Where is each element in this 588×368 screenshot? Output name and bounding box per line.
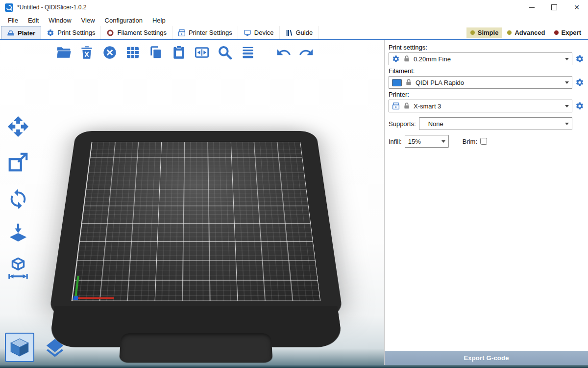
tab-filament-settings[interactable]: Filament Settings [101, 26, 172, 39]
device-monitor-icon [244, 29, 251, 37]
menu-window[interactable]: Window [44, 16, 76, 25]
tab-plater[interactable]: Plater [1, 26, 41, 39]
print-bed [49, 131, 343, 317]
close-button[interactable]: ✕ [565, 0, 588, 15]
tab-device[interactable]: Device [238, 26, 280, 39]
left-toolbar [6, 114, 30, 280]
app-logo-icon [5, 3, 13, 12]
infill-combo[interactable]: 15% [405, 135, 449, 148]
minimize-button[interactable] [520, 0, 543, 15]
build-plate-grid [72, 142, 321, 301]
main-area: Print settings: 0.20mm Fine Filament: [0, 40, 588, 368]
mode-expert[interactable]: Expert [550, 27, 585, 38]
measure-width-icon[interactable] [6, 256, 30, 280]
supports-label: Supports: [389, 120, 416, 128]
export-gcode-button[interactable]: Export G-code [385, 351, 588, 365]
gear-icon [47, 29, 54, 37]
lock-icon [403, 55, 411, 63]
tab-label: Guide [296, 29, 313, 36]
menu-view[interactable]: View [76, 16, 100, 25]
supports-value: None [422, 120, 443, 128]
printer-combo[interactable]: X-smart 3 [389, 100, 572, 112]
tab-label: Printer Settings [189, 29, 232, 36]
mode-selector: Simple Advanced Expert [466, 26, 588, 39]
viewport-bottom-gradient [0, 365, 588, 368]
split-objects-icon[interactable] [193, 44, 211, 61]
infill-value: 15% [408, 138, 421, 145]
lock-icon [403, 102, 411, 110]
printer-icon [392, 102, 400, 110]
print-settings-value: 0.20mm Fine [414, 55, 451, 63]
print-settings-label: Print settings: [389, 44, 584, 51]
gear-icon [392, 55, 400, 63]
print-settings-combo[interactable]: 0.20mm Fine [389, 53, 572, 65]
filament-value: QIDI PLA Rapido [416, 79, 464, 86]
printer-icon [178, 29, 186, 37]
titlebar: *Untitled - QIDISlicer-1.0.2 ✕ [0, 0, 588, 15]
filament-combo[interactable]: QIDI PLA Rapido [389, 76, 572, 89]
printer-label: Printer: [389, 91, 584, 98]
chevron-down-icon [565, 123, 569, 127]
infill-label: Infill: [389, 138, 402, 145]
mode-simple[interactable]: Simple [466, 27, 503, 38]
axis-origin-indicator [73, 296, 78, 300]
search-icon[interactable] [216, 44, 234, 61]
chevron-down-icon [565, 105, 569, 109]
menu-edit[interactable]: Edit [23, 16, 44, 25]
filament-label: Filament: [389, 67, 584, 75]
filament-edit-button[interactable] [575, 78, 584, 87]
open-file-icon[interactable] [55, 44, 73, 61]
maximize-button[interactable] [543, 0, 565, 15]
printer-edit-button[interactable] [575, 102, 584, 110]
place-on-face-icon[interactable] [6, 220, 30, 245]
tab-print-settings[interactable]: Print Settings [41, 26, 101, 39]
menu-configuration[interactable]: Configuration [100, 16, 147, 25]
tab-printer-settings[interactable]: Printer Settings [172, 26, 238, 39]
menu-file[interactable]: File [3, 16, 23, 25]
bed-handle [119, 333, 273, 363]
scale-icon[interactable] [6, 150, 30, 174]
window-title: *Untitled - QIDISlicer-1.0.2 [17, 4, 86, 11]
print-settings-edit-button[interactable] [575, 54, 584, 63]
undo-icon[interactable] [275, 44, 293, 61]
redo-icon[interactable] [297, 44, 315, 61]
tab-label: Plater [18, 29, 35, 37]
arrange-icon[interactable] [124, 44, 142, 61]
brim-checkbox[interactable] [480, 138, 487, 145]
window-controls: ✕ [520, 0, 588, 15]
qidislicer-window: *Untitled - QIDISlicer-1.0.2 ✕ File Edit… [0, 0, 588, 368]
mode-label: Expert [562, 29, 581, 36]
advanced-mode-dot-icon [507, 30, 512, 35]
tab-label: Filament Settings [117, 29, 166, 36]
delete-all-icon[interactable] [101, 44, 119, 61]
variable-layer-height-icon[interactable] [239, 44, 257, 61]
chevron-down-icon [565, 58, 569, 62]
view-toggle [5, 333, 69, 362]
paste-icon[interactable] [170, 44, 188, 61]
filament-spool-icon [106, 29, 114, 37]
brim-label: Brim: [463, 138, 477, 145]
sidebar: Print settings: 0.20mm Fine Filament: [384, 40, 588, 368]
mode-advanced[interactable]: Advanced [503, 27, 549, 38]
filament-color-swatch [392, 79, 402, 86]
simple-mode-dot-icon [470, 30, 475, 35]
printer-value: X-smart 3 [414, 103, 441, 110]
supports-combo[interactable]: None [419, 117, 572, 130]
lock-icon [405, 79, 413, 86]
guide-book-icon [285, 29, 293, 37]
axis-y-indicator [74, 276, 79, 299]
copy-icon[interactable] [147, 44, 165, 61]
menu-help[interactable]: Help [147, 16, 171, 25]
move-icon[interactable] [6, 114, 30, 139]
mode-label: Advanced [514, 29, 545, 36]
tab-guide[interactable]: Guide [280, 26, 319, 39]
delete-icon[interactable] [78, 44, 96, 61]
editor-3d-view-icon[interactable] [5, 333, 34, 362]
preview-layers-icon[interactable] [41, 335, 69, 362]
viewport-3d[interactable] [0, 40, 384, 368]
mode-label: Simple [478, 29, 499, 36]
tabbar: Plater Print Settings Filament Settings … [0, 26, 588, 40]
scene [47, 68, 345, 363]
tab-label: Print Settings [57, 29, 95, 36]
rotate-icon[interactable] [6, 185, 30, 210]
